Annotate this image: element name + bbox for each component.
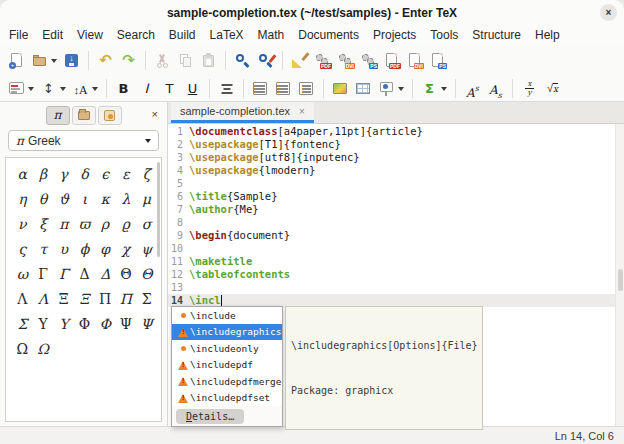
- symbol-Σ[interactable]: Σ: [12, 311, 33, 336]
- structure-tab[interactable]: [72, 106, 96, 125]
- symbol-χ[interactable]: χ: [116, 236, 137, 261]
- sidebar-close-button[interactable]: ×: [152, 108, 158, 121]
- symbol-Ξ[interactable]: Ξ: [53, 286, 74, 311]
- completion-item[interactable]: !\includepdf: [172, 357, 282, 374]
- symbol-β[interactable]: β: [33, 161, 54, 186]
- symbol-Π[interactable]: Π: [116, 286, 137, 311]
- code-line-13[interactable]: 13: [168, 281, 624, 294]
- favorites-tab[interactable]: [98, 106, 122, 125]
- symbol-ξ[interactable]: ξ: [33, 211, 54, 236]
- symbol-Θ[interactable]: Θ: [116, 261, 137, 286]
- symbol-ρ[interactable]: ρ: [95, 211, 116, 236]
- window-close-button[interactable]: ×: [600, 4, 617, 21]
- symbol-ν[interactable]: ν: [12, 211, 33, 236]
- sqrt-button[interactable]: √x: [541, 78, 564, 99]
- symbol-η[interactable]: η: [12, 186, 33, 211]
- menu-help[interactable]: Help: [528, 27, 567, 43]
- open-document-button[interactable]: [28, 50, 60, 71]
- symbol-ε[interactable]: ε: [116, 161, 137, 186]
- menu-edit[interactable]: Edit: [35, 27, 70, 43]
- symbol-τ[interactable]: τ: [33, 236, 54, 261]
- symbol-π[interactable]: π: [53, 211, 74, 236]
- code-line-1[interactable]: 1\documentclass[a4paper,11pt]{article}: [168, 125, 624, 138]
- symbol-ϑ[interactable]: ϑ: [53, 186, 74, 211]
- subscript-button[interactable]: As: [484, 78, 507, 99]
- menu-file[interactable]: File: [2, 27, 35, 43]
- menu-documents[interactable]: Documents: [291, 27, 366, 43]
- indent-button[interactable]: [295, 78, 318, 99]
- symbol-ω[interactable]: ω: [12, 261, 33, 286]
- menu-view[interactable]: View: [70, 27, 110, 43]
- cut-button[interactable]: [151, 50, 174, 71]
- symbol-Υ[interactable]: Υ: [33, 311, 54, 336]
- insert-table-button[interactable]: [352, 78, 375, 99]
- symbol-Φ[interactable]: Φ: [74, 311, 95, 336]
- symbol-Γ[interactable]: Γ: [53, 261, 74, 286]
- symbol-Φ[interactable]: Φ: [95, 311, 116, 336]
- editor-tab[interactable]: sample-completion.tex ×: [171, 102, 314, 123]
- symbol-ϖ[interactable]: ϖ: [74, 211, 95, 236]
- code-line-11[interactable]: 11\maketitle: [168, 255, 624, 268]
- view-pdf-button[interactable]: PDF: [380, 50, 403, 71]
- menu-search[interactable]: Search: [110, 27, 162, 43]
- paste-button[interactable]: [197, 50, 220, 71]
- code-line-12[interactable]: 12\tableofcontents: [168, 268, 624, 281]
- menu-projects[interactable]: Projects: [366, 27, 423, 43]
- completion-item[interactable]: \includeonly: [172, 340, 282, 357]
- code-line-9[interactable]: 9\begin{document}: [168, 229, 624, 242]
- completion-item[interactable]: !\includepdfmerge: [172, 373, 282, 390]
- menu-build[interactable]: Build: [162, 27, 203, 43]
- code-line-8[interactable]: 8: [168, 216, 624, 229]
- symbol-Δ[interactable]: Δ: [74, 261, 95, 286]
- underline-button[interactable]: U: [181, 78, 204, 99]
- symbol-φ[interactable]: φ: [95, 236, 116, 261]
- compile-dvi-button[interactable]: DVI: [334, 50, 357, 71]
- symbol-υ[interactable]: υ: [53, 236, 74, 261]
- symbol-ς[interactable]: ς: [12, 236, 33, 261]
- completion-item[interactable]: \include: [172, 307, 282, 324]
- symbol-Ω[interactable]: Ω: [12, 336, 33, 361]
- superscript-button[interactable]: As: [461, 78, 484, 99]
- symbol-ϱ[interactable]: ϱ: [116, 211, 137, 236]
- symbol-Ψ[interactable]: Ψ: [116, 311, 137, 336]
- bold-button[interactable]: B: [112, 78, 135, 99]
- symbol-Θ[interactable]: Θ: [136, 261, 157, 286]
- menu-math[interactable]: Math: [251, 27, 292, 43]
- symbol-λ[interactable]: λ: [116, 186, 137, 211]
- editor-scrollbar[interactable]: [615, 124, 624, 426]
- symbol-ϵ[interactable]: ϵ: [95, 161, 116, 186]
- itemize-button[interactable]: [249, 78, 272, 99]
- copy-button[interactable]: [174, 50, 197, 71]
- symbol-Υ[interactable]: Υ: [53, 311, 74, 336]
- view-dvi-button[interactable]: DVI: [403, 50, 426, 71]
- paragraph-style-select[interactable]: [5, 78, 37, 99]
- save-button[interactable]: ↓: [60, 50, 83, 71]
- symbol-γ[interactable]: γ: [53, 161, 74, 186]
- menu-latex[interactable]: LaTeX: [203, 27, 251, 43]
- menu-tools[interactable]: Tools: [423, 27, 465, 43]
- symbol-Γ[interactable]: Γ: [33, 261, 54, 286]
- presentation-button[interactable]: [375, 78, 407, 99]
- code-line-10[interactable]: 10: [168, 242, 624, 255]
- new-document-button[interactable]: +: [5, 50, 28, 71]
- line-spacing-select[interactable]: ↕: [37, 78, 69, 99]
- menu-structure[interactable]: Structure: [465, 27, 528, 43]
- code-line-4[interactable]: 4\usepackage{lmodern}: [168, 164, 624, 177]
- symbol-grid-scrollbar[interactable]: [157, 162, 160, 257]
- symbol-ψ[interactable]: ψ: [136, 236, 157, 261]
- symbol-θ[interactable]: θ: [33, 186, 54, 211]
- editor-scrollbar-thumb[interactable]: [618, 269, 623, 291]
- code-line-6[interactable]: 6\title{Sample}: [168, 190, 624, 203]
- symbol-ι[interactable]: ι: [74, 186, 95, 211]
- symbol-Λ[interactable]: Λ: [33, 286, 54, 311]
- completion-item[interactable]: !\includegraphics: [172, 324, 282, 341]
- code-line-5[interactable]: 5: [168, 177, 624, 190]
- symbol-Π[interactable]: Π: [95, 286, 116, 311]
- math-symbols-button[interactable]: Σ: [418, 78, 450, 99]
- symbols-tab[interactable]: π: [46, 106, 70, 125]
- compile-pdf-button[interactable]: PDF: [311, 50, 334, 71]
- code-line-7[interactable]: 7\author{Me}: [168, 203, 624, 216]
- symbol-Ξ[interactable]: Ξ: [74, 286, 95, 311]
- symbol-ϕ[interactable]: ϕ: [74, 236, 95, 261]
- find-button[interactable]: [231, 50, 254, 71]
